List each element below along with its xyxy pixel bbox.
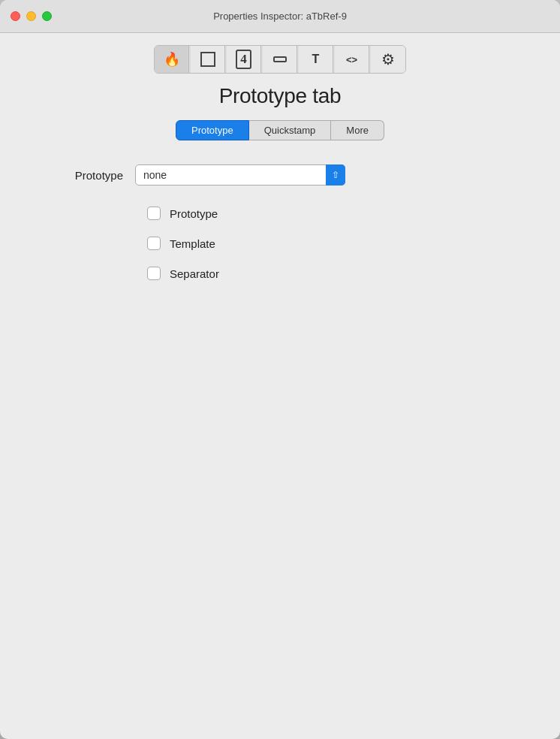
tab-bar: Prototype Quickstamp More <box>176 120 384 140</box>
checkbox-template-label: Template <box>170 237 215 250</box>
tab-more[interactable]: More <box>331 120 384 140</box>
traffic-lights <box>11 11 52 21</box>
rectangle-icon <box>273 56 287 62</box>
checkbox-separator[interactable] <box>147 267 161 280</box>
page-title: Prototype tab <box>219 84 342 108</box>
form-area: Prototype none ⇧ Prototype <box>0 164 560 280</box>
tab-prototype[interactable]: Prototype <box>176 120 249 140</box>
square-icon <box>200 52 215 67</box>
titlebar: Properties Inspector: aTbRef-9 <box>0 0 560 33</box>
code-toolbar-button[interactable]: <> <box>335 46 369 73</box>
main-content: 🔥 4 T <> ⚙ Prototype tab P <box>0 33 560 739</box>
text-toolbar-button[interactable]: T <box>299 46 333 73</box>
close-button[interactable] <box>11 11 20 21</box>
checkbox-row-template[interactable]: Template <box>147 237 515 250</box>
four-toolbar-button[interactable]: 4 <box>227 46 261 73</box>
four-icon: 4 <box>236 50 251 69</box>
flame-icon: 🔥 <box>164 51 180 68</box>
checkbox-row-prototype[interactable]: Prototype <box>147 207 515 220</box>
checkbox-row-separator[interactable]: Separator <box>147 267 515 280</box>
properties-inspector-window: Properties Inspector: aTbRef-9 🔥 4 T <> <box>0 0 560 739</box>
window-title: Properties Inspector: aTbRef-9 <box>213 11 347 22</box>
prototype-row: Prototype none ⇧ <box>45 164 515 186</box>
square-toolbar-button[interactable] <box>191 46 225 73</box>
checkbox-prototype-label: Prototype <box>170 207 218 220</box>
checkbox-template[interactable] <box>147 237 161 250</box>
checkbox-prototype[interactable] <box>147 207 161 220</box>
text-icon: T <box>312 53 320 66</box>
tab-quickstamp[interactable]: Quickstamp <box>249 120 332 140</box>
code-icon: <> <box>346 54 357 65</box>
minimize-button[interactable] <box>26 11 36 21</box>
prototype-select[interactable]: none <box>135 164 345 186</box>
checkbox-separator-label: Separator <box>170 267 219 280</box>
flame-toolbar-button[interactable]: 🔥 <box>155 46 189 73</box>
maximize-button[interactable] <box>42 11 52 21</box>
gear-toolbar-button[interactable]: ⚙ <box>371 46 405 73</box>
prototype-field-label: Prototype <box>45 169 135 182</box>
rectangle-toolbar-button[interactable] <box>263 46 297 73</box>
toolbar: 🔥 4 T <> ⚙ <box>154 45 406 74</box>
checkboxes-area: Prototype Template Separator <box>45 207 515 280</box>
prototype-select-wrapper: none ⇧ <box>135 164 345 186</box>
gear-icon: ⚙ <box>381 50 395 68</box>
